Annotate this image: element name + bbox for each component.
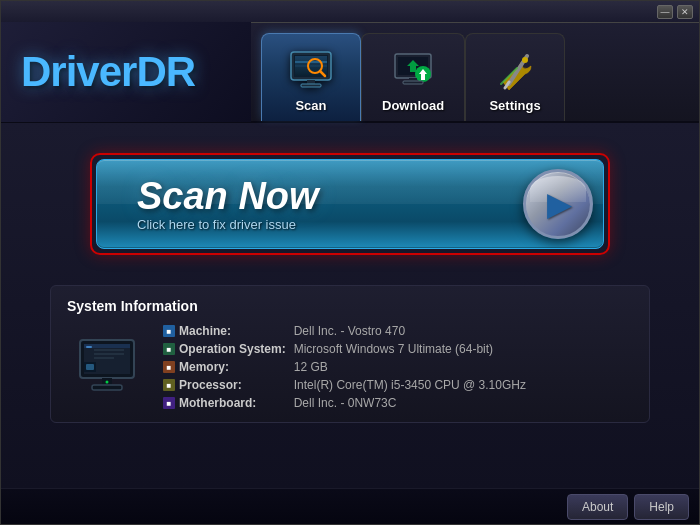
motherboard-key: ■ Motherboard: [163, 396, 286, 410]
svg-point-30 [106, 381, 109, 384]
about-label: About [582, 500, 613, 514]
logo-area: DriverDR [1, 22, 251, 122]
os-label: Operation System: [179, 342, 286, 356]
scan-btn-subtitle: Click here to fix driver issue [137, 217, 513, 232]
system-info-body: ■ Machine: Dell Inc. - Vostro 470 ■ Oper… [67, 324, 633, 410]
motherboard-label: Motherboard: [179, 396, 256, 410]
help-label: Help [649, 500, 674, 514]
scan-btn-text: Scan Now Click here to fix driver issue [97, 176, 513, 233]
svg-rect-8 [301, 84, 321, 87]
scan-button-wrapper: Scan Now Click here to fix driver issue … [90, 153, 610, 255]
svg-rect-29 [92, 385, 122, 390]
svg-rect-25 [94, 357, 114, 359]
settings-icon [491, 46, 539, 94]
svg-rect-22 [86, 346, 92, 348]
memory-icon: ■ [163, 361, 175, 373]
machine-label: Machine: [179, 324, 231, 338]
nav-tabs: Scan [261, 23, 565, 121]
tab-settings-label: Settings [489, 98, 540, 113]
tab-scan-label: Scan [295, 98, 326, 113]
title-bar-buttons: — ✕ [657, 5, 693, 19]
header: DriverDR [1, 23, 699, 123]
memory-key: ■ Memory: [163, 360, 286, 374]
download-icon [389, 46, 437, 94]
svg-rect-27 [86, 364, 94, 370]
scan-btn-title: Scan Now [137, 176, 513, 218]
system-monitor-icon [67, 324, 147, 410]
main-content: Scan Now Click here to fix driver issue … [1, 123, 699, 488]
system-info-panel: System Information [50, 285, 650, 423]
memory-label: Memory: [179, 360, 229, 374]
motherboard-icon: ■ [163, 397, 175, 409]
os-icon: ■ [163, 343, 175, 355]
os-key: ■ Operation System: [163, 342, 286, 356]
system-info-table: ■ Machine: Dell Inc. - Vostro 470 ■ Oper… [163, 324, 633, 410]
scan-btn-arrow-area: ▶ [513, 159, 603, 249]
machine-icon: ■ [163, 325, 175, 337]
processor-key: ■ Processor: [163, 378, 286, 392]
help-button[interactable]: Help [634, 494, 689, 520]
svg-rect-15 [403, 81, 423, 84]
title-bar: — ✕ [1, 1, 699, 23]
tab-scan[interactable]: Scan [261, 33, 361, 121]
scan-now-button[interactable]: Scan Now Click here to fix driver issue … [96, 159, 604, 249]
tab-settings[interactable]: Settings [465, 33, 565, 121]
close-button[interactable]: ✕ [677, 5, 693, 19]
memory-value: 12 GB [294, 360, 633, 374]
processor-icon: ■ [163, 379, 175, 391]
about-button[interactable]: About [567, 494, 628, 520]
machine-key: ■ Machine: [163, 324, 286, 338]
os-value: Microsoft Windows 7 Ultimate (64-bit) [294, 342, 633, 356]
tab-download[interactable]: Download [361, 33, 465, 121]
machine-value: Dell Inc. - Vostro 470 [294, 324, 633, 338]
svg-rect-24 [94, 353, 124, 355]
processor-value: Intel(R) Core(TM) i5-3450 CPU @ 3.10GHz [294, 378, 633, 392]
footer: About Help [1, 488, 699, 524]
main-window: — ✕ DriverDR [0, 0, 700, 525]
play-arrow-icon: ▶ [523, 169, 593, 239]
svg-rect-23 [94, 349, 124, 351]
svg-point-18 [522, 57, 528, 63]
processor-label: Processor: [179, 378, 242, 392]
app-logo: DriverDR [21, 48, 195, 96]
system-info-title: System Information [67, 298, 633, 314]
motherboard-value: Dell Inc. - 0NW73C [294, 396, 633, 410]
scan-icon [287, 46, 335, 94]
minimize-button[interactable]: — [657, 5, 673, 19]
tab-download-label: Download [382, 98, 444, 113]
